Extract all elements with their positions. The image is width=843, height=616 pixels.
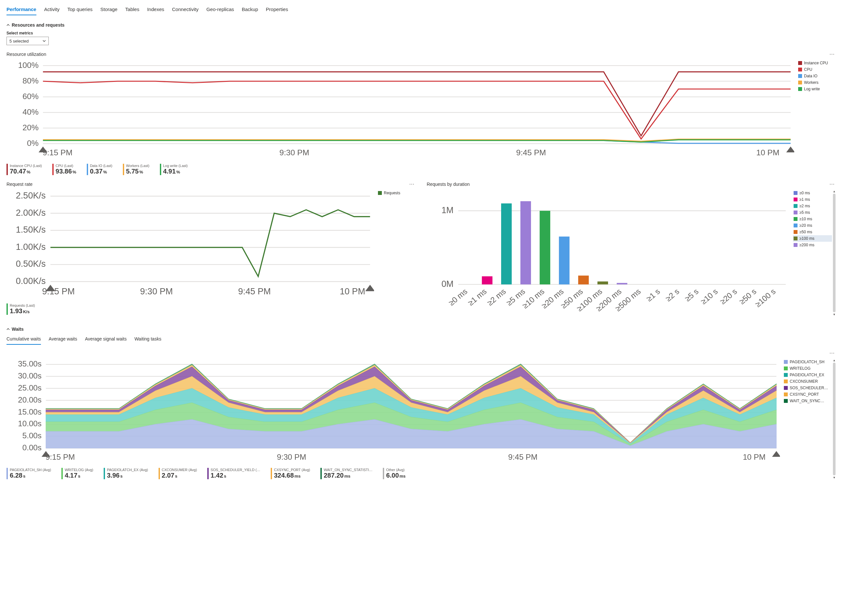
kpi-value: 324.68 [274, 472, 294, 479]
svg-text:9:30 PM: 9:30 PM [140, 286, 173, 296]
kpi-value: 4.91 [163, 168, 176, 175]
legend-item[interactable]: WAIT_ON_SYNC… [783, 397, 832, 404]
tab-top-queries[interactable]: Top queries [67, 5, 93, 15]
legend-swatch [798, 74, 802, 78]
kpi-value: 93.86 [56, 168, 72, 175]
kpi-bar [52, 164, 54, 175]
legend-item[interactable]: Data IO [797, 73, 837, 79]
legend-swatch [794, 223, 797, 227]
more-menu-icon[interactable]: ⋯ [408, 181, 416, 187]
legend-swatch [794, 211, 797, 214]
subtab-waiting-tasks[interactable]: Waiting tasks [135, 335, 162, 345]
kpi-bar [62, 468, 63, 479]
kpi-unit: % [72, 170, 76, 175]
legend-item[interactable]: CXSYNC_PORT [783, 391, 832, 397]
tab-geo-replicas[interactable]: Geo-replicas [206, 5, 234, 15]
kpi: WAIT_ON_SYNC_STATISTI…287.20ms [320, 468, 372, 479]
more-menu-icon[interactable]: ⋯ [828, 181, 837, 187]
request-rate-plot[interactable]: 2.50K/s2.00K/s1.50K/s1.00K/s0.50K/s0.00K… [6, 190, 374, 302]
scroll-up-icon[interactable]: ▲ [833, 190, 836, 193]
svg-text:5.00s: 5.00s [22, 431, 42, 440]
legend-item[interactable]: Log write [797, 86, 837, 92]
kpi: Data IO (Last)0.37% [87, 164, 112, 175]
section-toggle-resources[interactable]: Resources and requests [6, 22, 837, 28]
waits-legend: PAGEIOLATCH_SHWRITELOGPAGEIOLATCH_EXCXCO… [783, 359, 832, 480]
svg-marker-17 [786, 147, 794, 153]
legend-label: ≥100 ms [799, 236, 814, 241]
metrics-select[interactable]: 5 selected [6, 37, 49, 45]
request-rate-legend: Requests [377, 190, 416, 315]
chart-title: Resource utilization [6, 52, 46, 57]
tab-connectivity[interactable]: Connectivity [172, 5, 198, 15]
kpi-bar [6, 164, 8, 175]
legend-label: Requests [384, 191, 400, 195]
legend-item[interactable]: SOS_SCHEDULER… [783, 385, 832, 391]
kpi-value: 1.42 [211, 472, 223, 479]
svg-rect-41 [482, 276, 493, 285]
tab-storage[interactable]: Storage [100, 5, 117, 15]
legend-label: Log write [804, 87, 820, 91]
legend-item[interactable]: Workers [797, 79, 837, 86]
legend-item[interactable]: CPU [797, 66, 837, 73]
kpi-label: PAGEIOLATCH_SH (Avg) [10, 468, 51, 472]
svg-text:10 PM: 10 PM [743, 452, 766, 461]
section-title: Resources and requests [12, 22, 65, 28]
legend-item[interactable]: PAGEIOLATCH_SH [783, 359, 832, 365]
requests-by-duration-plot[interactable]: 0M1M≥0 ms≥1 ms≥2 ms≥5 ms≥10 ms≥20 ms≥50 … [427, 190, 790, 316]
more-menu-icon[interactable]: ⋯ [828, 51, 837, 57]
kpi: WRITELOG (Avg)4.17s [62, 468, 93, 479]
legend-item[interactable]: ≥20 ms [793, 222, 832, 229]
legend-item[interactable]: Instance CPU [797, 60, 837, 66]
tab-indexes[interactable]: Indexes [147, 5, 164, 15]
subtab-average-waits[interactable]: Average waits [49, 335, 77, 345]
chart-request-rate: Request rate ⋯ 2.50K/s2.00K/s1.50K/s1.00… [6, 181, 416, 316]
legend-scrollbar[interactable]: ▲ ▼ [832, 190, 837, 316]
kpi-label: CXSYNC_PORT (Avg) [274, 468, 310, 472]
waits-kpis: PAGEIOLATCH_SH (Avg)6.28sWRITELOG (Avg)4… [6, 468, 780, 479]
kpi-bar [123, 164, 124, 175]
legend-label: Workers [804, 80, 818, 85]
legend-item[interactable]: ≥5 ms [793, 209, 832, 216]
tab-performance[interactable]: Performance [6, 5, 37, 15]
scroll-up-icon[interactable]: ▲ [833, 359, 836, 362]
legend-item[interactable]: ≥2 ms [793, 203, 832, 209]
tab-properties[interactable]: Properties [266, 5, 288, 15]
svg-marker-86 [772, 451, 780, 457]
section-toggle-waits[interactable]: Waits [6, 327, 837, 332]
more-menu-icon[interactable]: ⋯ [828, 350, 837, 356]
kpi-label: SOS_SCHEDULER_YIELD (… [211, 468, 260, 472]
kpi-bar [87, 164, 88, 175]
legend-item[interactable]: PAGEIOLATCH_EX [783, 372, 832, 378]
kpi-unit: s [175, 474, 177, 478]
legend-item[interactable]: Requests [377, 190, 416, 196]
legend-item[interactable]: ≥10 ms [793, 216, 832, 222]
subtab-cumulative-waits[interactable]: Cumulative waits [6, 335, 41, 345]
kpi: Requests (Last)1.93K/s [6, 304, 35, 315]
tab-backup[interactable]: Backup [242, 5, 258, 15]
legend-scrollbar[interactable]: ▲ ▼ [832, 359, 837, 480]
resource-util-plot[interactable]: 100%80%60%40%20%0%9:15 PM9:30 PM9:45 PM1… [6, 60, 794, 162]
tab-activity[interactable]: Activity [44, 5, 60, 15]
kpi-bar [383, 468, 384, 479]
legend-swatch [794, 198, 797, 201]
kpi-unit: ms [399, 474, 405, 478]
scroll-down-icon[interactable]: ▼ [833, 476, 836, 479]
svg-text:1.00K/s: 1.00K/s [16, 242, 46, 252]
legend-item[interactable]: ≥50 ms [793, 229, 832, 235]
svg-text:35.00s: 35.00s [18, 359, 42, 368]
svg-text:30.00s: 30.00s [18, 371, 42, 380]
legend-item[interactable]: ≥0 ms [793, 190, 832, 196]
legend-swatch [794, 243, 797, 247]
kpi: CPU (Last)93.86% [52, 164, 76, 175]
legend-item[interactable]: CXCONSUMER [783, 378, 832, 385]
legend-item[interactable]: ≥200 ms [793, 242, 832, 248]
legend-item[interactable]: ≥1 ms [793, 196, 832, 203]
svg-marker-35 [365, 285, 374, 292]
legend-item[interactable]: ≥100 ms [793, 235, 832, 242]
scroll-down-icon[interactable]: ▼ [833, 313, 836, 316]
tab-tables[interactable]: Tables [125, 5, 139, 15]
subtab-average-signal-waits[interactable]: Average signal waits [85, 335, 127, 345]
legend-swatch [798, 67, 802, 72]
waits-plot[interactable]: 35.00s30.00s25.00s20.00s15.00s10.00s5.00… [6, 359, 780, 466]
legend-item[interactable]: WRITELOG [783, 365, 832, 372]
